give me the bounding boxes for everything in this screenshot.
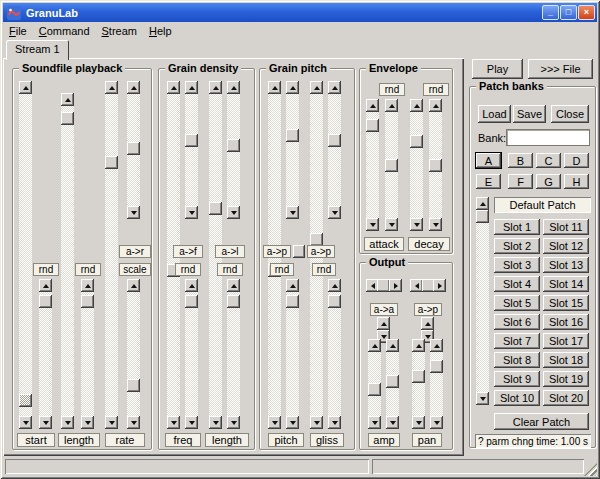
slider-track[interactable] <box>328 292 341 416</box>
scroll-down-button[interactable] <box>410 218 423 231</box>
slider-track[interactable] <box>410 112 423 218</box>
slot-1-button[interactable]: Slot 1 <box>494 219 540 235</box>
scroll-up-button[interactable] <box>127 279 140 292</box>
bank-f-button[interactable]: F <box>508 174 533 189</box>
scroll-down-button[interactable] <box>185 416 198 429</box>
pan-rnd-slider[interactable] <box>430 339 443 429</box>
freq-map-slider[interactable] <box>185 81 198 219</box>
clear-patch-button[interactable]: Clear Patch <box>494 413 589 430</box>
bank-c-button[interactable]: C <box>536 153 561 168</box>
slider-track[interactable] <box>105 94 118 416</box>
scroll-down-button[interactable] <box>61 416 74 429</box>
attack-rnd-slider[interactable] <box>385 99 398 231</box>
slider-thumb[interactable] <box>185 295 198 308</box>
slider-thumb[interactable] <box>412 370 425 383</box>
slider-track[interactable] <box>127 94 140 206</box>
resize-grip-icon[interactable] <box>584 463 597 476</box>
decay-rnd-slider[interactable] <box>429 99 442 231</box>
bank-b-button[interactable]: B <box>508 153 533 168</box>
maximize-button[interactable]: □ <box>560 5 577 20</box>
slider-track[interactable] <box>366 112 379 218</box>
scroll-down-button[interactable] <box>39 416 52 429</box>
slot-20-button[interactable]: Slot 20 <box>543 390 589 406</box>
slider-thumb[interactable] <box>227 295 240 308</box>
slider-thumb[interactable] <box>430 360 443 373</box>
slider-thumb[interactable] <box>286 129 299 142</box>
pitch-rnd-slider[interactable] <box>286 279 299 429</box>
scroll-down-button[interactable] <box>286 416 299 429</box>
slider-thumb[interactable] <box>368 383 381 396</box>
slider-thumb[interactable] <box>328 134 341 147</box>
scroll-up-button[interactable] <box>227 279 240 292</box>
scroll-down-button[interactable] <box>167 416 180 429</box>
spin-up-button[interactable] <box>377 317 390 330</box>
slider-thumb[interactable] <box>429 159 442 172</box>
slider-thumb[interactable] <box>185 134 198 147</box>
bank-h-button[interactable]: H <box>564 174 589 189</box>
decay-slider[interactable] <box>410 99 423 231</box>
pitch-map-slider[interactable] <box>286 81 299 219</box>
gliss-rnd-slider[interactable] <box>328 279 341 429</box>
scroll-down-button[interactable] <box>127 416 140 429</box>
slider-track[interactable] <box>61 106 74 416</box>
slider-track[interactable] <box>227 94 240 206</box>
scroll-down-button[interactable] <box>185 206 198 219</box>
scroll-up-button[interactable] <box>310 81 323 94</box>
scroll-up-button[interactable] <box>268 81 281 94</box>
slot-15-button[interactable]: Slot 15 <box>543 295 589 311</box>
slider-track[interactable] <box>429 112 442 218</box>
scroll-down-button[interactable] <box>227 206 240 219</box>
slider-track[interactable] <box>423 279 433 292</box>
slider-track[interactable] <box>385 112 398 218</box>
scroll-up-button[interactable] <box>286 81 299 94</box>
scroll-down-button[interactable] <box>429 218 442 231</box>
slot-13-button[interactable]: Slot 13 <box>543 257 589 273</box>
bank-a-button[interactable]: A <box>476 153 501 168</box>
titlebar[interactable]: GranuLab _ □ × <box>3 3 597 22</box>
slot-7-button[interactable]: Slot 7 <box>494 333 540 349</box>
grain-length-rnd-slider[interactable] <box>227 279 240 429</box>
scroll-down-button[interactable] <box>105 416 118 429</box>
rate-rnd-slider[interactable] <box>127 279 140 429</box>
scroll-up-button[interactable] <box>19 81 32 94</box>
rate-slider[interactable] <box>105 81 118 429</box>
scroll-up-button[interactable] <box>429 99 442 112</box>
grain-length-map-slider[interactable] <box>227 81 240 219</box>
slider-thumb[interactable] <box>328 295 341 308</box>
slot-2-button[interactable]: Slot 2 <box>494 238 540 254</box>
scroll-up-button[interactable] <box>81 279 94 292</box>
scroll-up-button[interactable] <box>286 279 299 292</box>
slider-track[interactable] <box>368 352 381 416</box>
bank-e-button[interactable]: E <box>476 174 501 189</box>
slider-track[interactable] <box>227 292 240 416</box>
scroll-up-button[interactable] <box>105 81 118 94</box>
slider-track[interactable] <box>81 292 94 416</box>
scroll-up-button[interactable] <box>430 339 443 352</box>
menu-help[interactable]: Help <box>143 23 178 39</box>
minimize-button[interactable]: _ <box>542 5 559 20</box>
save-button[interactable]: Save <box>513 105 546 123</box>
pan-slider[interactable] <box>412 339 425 429</box>
scroll-down-button[interactable] <box>366 218 379 231</box>
scroll-down-button[interactable] <box>19 416 32 429</box>
bank-d-button[interactable]: D <box>564 153 589 168</box>
slider-thumb[interactable] <box>286 295 299 308</box>
scroll-down-button[interactable] <box>412 416 425 429</box>
load-button[interactable]: Load <box>478 105 511 123</box>
scroll-up-button[interactable] <box>368 339 381 352</box>
scroll-down-button[interactable] <box>227 416 240 429</box>
slider-thumb[interactable] <box>227 139 240 152</box>
slider-thumb[interactable] <box>81 295 94 308</box>
scroll-up-button[interactable] <box>185 81 198 94</box>
slider-track[interactable] <box>185 292 198 416</box>
slider-track[interactable] <box>386 352 399 416</box>
slider-track[interactable] <box>476 210 489 392</box>
slider-track[interactable] <box>430 352 443 416</box>
scroll-up-button[interactable] <box>412 339 425 352</box>
slot-14-button[interactable]: Slot 14 <box>543 276 589 292</box>
play-button[interactable]: Play <box>472 59 523 79</box>
slider-track[interactable] <box>328 94 341 206</box>
slot-11-button[interactable]: Slot 11 <box>543 219 589 235</box>
scroll-down-button[interactable] <box>476 392 489 405</box>
slider-track[interactable] <box>185 94 198 206</box>
